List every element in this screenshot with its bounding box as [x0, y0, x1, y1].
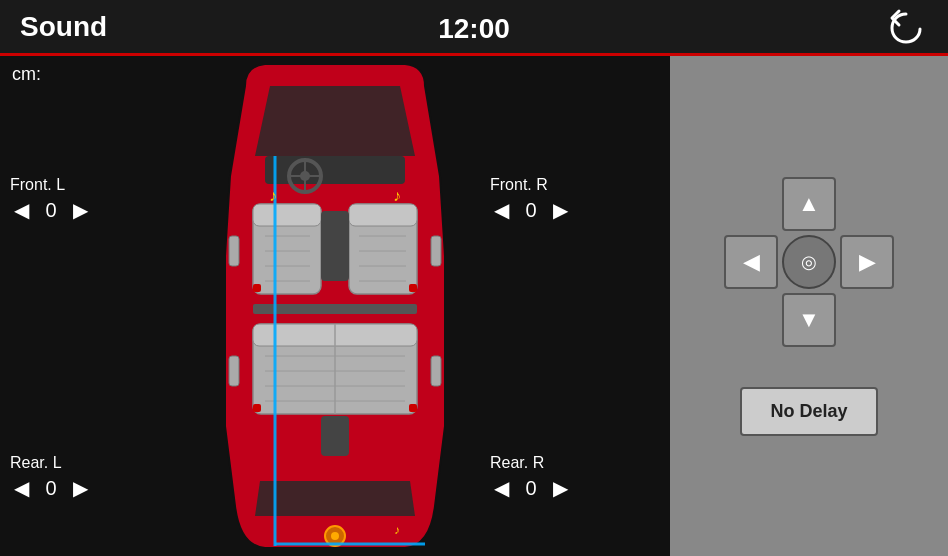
- front-right-increase[interactable]: ▶: [549, 198, 572, 222]
- svg-text:♪: ♪: [393, 187, 401, 204]
- svg-rect-38: [253, 284, 261, 292]
- dpad-up-button[interactable]: ▲: [782, 177, 836, 231]
- svg-text:♪: ♪: [269, 187, 277, 204]
- dpad-empty-tr: [840, 177, 894, 231]
- rear-right-decrease[interactable]: ◀: [490, 476, 513, 500]
- clock: 12:00: [438, 13, 510, 45]
- rear-left-decrease[interactable]: ◀: [10, 476, 33, 500]
- page-title: Sound: [20, 11, 107, 43]
- svg-rect-17: [321, 211, 349, 281]
- dpad-left-icon: ◀: [743, 249, 760, 275]
- dpad-empty-br: [840, 293, 894, 347]
- front-right-label: Front. R: [490, 176, 548, 194]
- dpad-down-icon: ▼: [798, 307, 820, 333]
- svg-rect-37: [431, 356, 441, 386]
- front-left-decrease[interactable]: ◀: [10, 198, 33, 222]
- front-left-value: 0: [41, 199, 61, 222]
- svg-rect-6: [253, 204, 321, 226]
- svg-rect-34: [229, 236, 239, 266]
- dpad-center-icon: ◎: [801, 251, 817, 273]
- dpad-center-button[interactable]: ◎: [782, 235, 836, 289]
- svg-rect-41: [409, 404, 417, 412]
- dpad-empty-tl: [724, 177, 778, 231]
- front-left-value-row: ◀ 0 ▶: [10, 198, 92, 222]
- svg-rect-36: [431, 236, 441, 266]
- right-panel: ▲ ◀ ◎ ▶ ▼ No Delay: [670, 56, 948, 556]
- dpad-up-icon: ▲: [798, 191, 820, 217]
- front-left-control: Front. L ◀ 0 ▶: [10, 176, 92, 222]
- rear-right-control: Rear. R ◀ 0 ▶: [490, 454, 572, 500]
- svg-rect-40: [253, 404, 261, 412]
- back-icon: [886, 7, 926, 47]
- svg-text:♪: ♪: [394, 523, 400, 537]
- front-right-decrease[interactable]: ◀: [490, 198, 513, 222]
- rear-right-label: Rear. R: [490, 454, 544, 472]
- dpad-right-button[interactable]: ▶: [840, 235, 894, 289]
- rear-right-value-row: ◀ 0 ▶: [490, 476, 572, 500]
- svg-rect-12: [349, 204, 417, 226]
- front-right-control: Front. R ◀ 0 ▶: [490, 176, 572, 222]
- svg-point-31: [331, 532, 339, 540]
- dpad-right-icon: ▶: [859, 249, 876, 275]
- header: Sound 12:00: [0, 0, 948, 56]
- svg-rect-35: [229, 356, 239, 386]
- no-delay-button[interactable]: No Delay: [740, 387, 877, 436]
- dpad-empty-bl: [724, 293, 778, 347]
- svg-rect-39: [409, 284, 417, 292]
- dpad-left-button[interactable]: ◀: [724, 235, 778, 289]
- front-right-value: 0: [521, 199, 541, 222]
- back-button[interactable]: [884, 5, 928, 49]
- rear-left-value-row: ◀ 0 ▶: [10, 476, 92, 500]
- rear-left-control: Rear. L ◀ 0 ▶: [10, 454, 92, 500]
- cm-label: cm:: [12, 64, 41, 85]
- svg-rect-18: [253, 304, 417, 314]
- front-left-label: Front. L: [10, 176, 65, 194]
- main-content: cm: Front. L ◀ 0 ▶ Front. R ◀ 0 ▶ Rear. …: [0, 56, 948, 556]
- dpad-down-button[interactable]: ▼: [782, 293, 836, 347]
- front-right-value-row: ◀ 0 ▶: [490, 198, 572, 222]
- rear-left-label: Rear. L: [10, 454, 62, 472]
- svg-rect-26: [321, 416, 349, 456]
- front-left-increase[interactable]: ▶: [69, 198, 92, 222]
- rear-right-value: 0: [521, 477, 541, 500]
- dpad: ▲ ◀ ◎ ▶ ▼: [724, 177, 894, 347]
- svg-rect-0: [265, 156, 405, 184]
- rear-left-value: 0: [41, 477, 61, 500]
- rear-right-increase[interactable]: ▶: [549, 476, 572, 500]
- car-panel: cm: Front. L ◀ 0 ▶ Front. R ◀ 0 ▶ Rear. …: [0, 56, 670, 556]
- rear-left-increase[interactable]: ▶: [69, 476, 92, 500]
